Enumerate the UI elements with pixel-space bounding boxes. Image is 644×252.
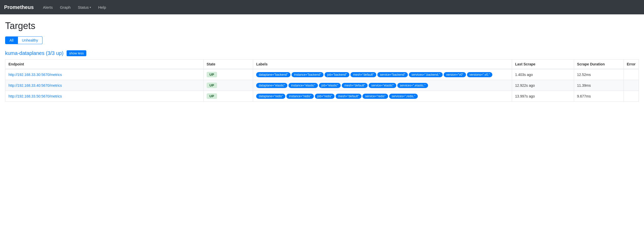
- label-badge: instance="backend": [292, 72, 324, 77]
- table-row: http://192.168.33.40:5670/metricsUPdatap…: [5, 80, 639, 91]
- nav-link-status[interactable]: Status▾: [75, 3, 94, 12]
- table-header-endpoint: Endpoint: [5, 60, 204, 69]
- show-less-button[interactable]: show less: [67, 50, 86, 56]
- state-badge: UP: [207, 93, 217, 99]
- chevron-down-icon: ▾: [90, 6, 91, 9]
- last-scrape: 1.403s ago: [512, 69, 574, 80]
- last-scrape: 12.922s ago: [512, 80, 574, 91]
- table-header-error: Error: [624, 60, 639, 69]
- table-header-scrape-duration: Scrape Duration: [574, 60, 624, 69]
- table-header-last-scrape: Last Scrape: [512, 60, 574, 69]
- label-badge: services=",elastic,": [397, 83, 428, 88]
- brand-link[interactable]: Prometheus: [4, 4, 34, 10]
- section-title: kuma-dataplanes (3/3 up): [5, 50, 64, 56]
- endpoint-link[interactable]: http://192.168.33.40:5670/metrics: [8, 83, 62, 88]
- error-cell: [624, 91, 639, 102]
- label-badge: services=",backend,": [409, 72, 443, 77]
- label-badge: version="v0": [444, 72, 466, 77]
- filter-buttons: AllUnhealthy: [5, 36, 639, 44]
- label-badge: services=",redis,": [389, 94, 418, 99]
- label-badge: service="redis": [362, 94, 388, 99]
- scrape-duration: 12.52ms: [574, 69, 624, 80]
- label-badge: job="redis": [315, 94, 335, 99]
- section-header: kuma-dataplanes (3/3 up)show less: [5, 50, 639, 56]
- scrape-duration: 9.677ms: [574, 91, 624, 102]
- table-row: http://192.168.33.30:5670/metricsUPdatap…: [5, 69, 639, 80]
- state-badge: UP: [207, 72, 217, 77]
- label-badge: mesh="default": [336, 94, 361, 99]
- nav-link-alerts[interactable]: Alerts: [40, 3, 56, 12]
- nav-link-graph[interactable]: Graph: [57, 3, 74, 12]
- label-badge: dataplane="backend": [256, 72, 290, 77]
- targets-table: EndpointStateLabelsLast ScrapeScrape Dur…: [5, 59, 639, 102]
- scrape-duration: 11.39ms: [574, 80, 624, 91]
- filter-btn-all[interactable]: All: [5, 36, 18, 44]
- label-badge: instance="elastic": [288, 83, 318, 88]
- labels-container: dataplane="backend"instance="backend"job…: [256, 72, 509, 77]
- endpoint-link[interactable]: http://192.168.33.50:5670/metrics: [8, 94, 62, 98]
- error-cell: [624, 69, 639, 80]
- label-badge: service="elastic": [369, 83, 396, 88]
- last-scrape: 13.997s ago: [512, 91, 574, 102]
- page-title: Targets: [5, 21, 639, 31]
- label-badge: mesh="default": [342, 83, 368, 88]
- nav-links: AlertsGraphStatus▾Help: [40, 3, 109, 12]
- label-badge: versions=",v0,": [467, 72, 493, 77]
- endpoint-link[interactable]: http://192.168.33.30:5670/metrics: [8, 73, 62, 77]
- label-badge: job="backend": [325, 72, 349, 77]
- sections-container: kuma-dataplanes (3/3 up)show lessEndpoin…: [5, 50, 639, 102]
- labels-container: dataplane="redis"instance="redis"job="re…: [256, 94, 509, 99]
- page-content: Targets AllUnhealthy kuma-dataplanes (3/…: [0, 14, 644, 108]
- label-badge: instance="redis": [286, 94, 314, 99]
- label-badge: service="backend": [377, 72, 408, 77]
- label-badge: dataplane="redis": [256, 94, 285, 99]
- filter-btn-unhealthy[interactable]: Unhealthy: [18, 36, 43, 44]
- table-header-labels: Labels: [253, 60, 512, 69]
- label-badge: job="elastic": [319, 83, 341, 88]
- error-cell: [624, 80, 639, 91]
- nav-link-help[interactable]: Help: [95, 3, 109, 12]
- label-badge: mesh="default": [350, 72, 376, 77]
- label-badge: dataplane="elastic": [256, 83, 287, 88]
- table-row: http://192.168.33.50:5670/metricsUPdatap…: [5, 91, 639, 102]
- table-header-state: State: [203, 60, 253, 69]
- labels-container: dataplane="elastic"instance="elastic"job…: [256, 83, 509, 88]
- navbar: Prometheus AlertsGraphStatus▾Help: [0, 0, 644, 14]
- state-badge: UP: [207, 83, 217, 88]
